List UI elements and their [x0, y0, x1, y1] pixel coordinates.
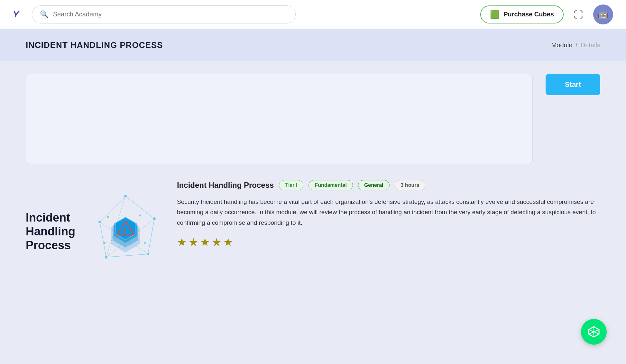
module-name: Incident Handling Process — [177, 181, 274, 190]
fab-cube-icon — [587, 325, 600, 338]
content-row: Start — [26, 74, 600, 164]
svg-line-1 — [148, 219, 154, 254]
tag-tier: Tier I — [279, 180, 303, 190]
tag-fundamental: Fundamental — [308, 180, 353, 190]
star-5: ★ — [223, 236, 233, 249]
module-image-area: Incident Handling Process — [26, 180, 161, 283]
svg-line-2 — [100, 196, 125, 222]
module-title-line2: Handling — [26, 224, 75, 238]
star-1: ★ — [177, 236, 187, 249]
start-button[interactable]: Start — [546, 74, 600, 95]
purchase-cubes-button[interactable]: 🟩 Purchase Cubes — [480, 5, 564, 23]
module-preview-area — [26, 74, 533, 164]
hex-illustration: ! — [90, 193, 161, 270]
avatar[interactable]: 🤖 — [593, 5, 613, 24]
breadcrumb-current: Details — [581, 41, 600, 49]
star-rating: ★ ★ ★ ★ ★ — [177, 236, 600, 249]
module-image-title: Incident Handling Process — [26, 211, 75, 252]
svg-text:!: ! — [124, 226, 127, 236]
module-name-row: Incident Handling Process Tier I Fundame… — [177, 180, 600, 190]
search-input[interactable] — [53, 11, 288, 18]
fullscreen-button[interactable] — [570, 6, 587, 23]
fab-button[interactable] — [581, 319, 607, 345]
header: Y 🔍 🟩 Purchase Cubes 🤖 — [0, 0, 626, 29]
svg-line-3 — [100, 222, 106, 257]
star-3: ★ — [200, 236, 210, 249]
tag-general: General — [358, 180, 390, 190]
module-info: Incident Handling Process — [26, 180, 600, 283]
page-banner: INCIDENT HANDLING PROCESS Module / Detai… — [0, 29, 626, 61]
svg-point-20 — [139, 214, 141, 216]
module-title-line3: Process — [26, 239, 75, 252]
svg-point-22 — [107, 216, 109, 218]
module-title-line1: Incident — [26, 211, 75, 224]
svg-line-4 — [106, 254, 148, 257]
svg-point-23 — [104, 242, 106, 244]
search-icon: 🔍 — [40, 10, 49, 19]
star-4: ★ — [212, 236, 221, 249]
main-content: Start Incident Handling Process — [0, 61, 626, 350]
cube-icon: 🟩 — [490, 10, 500, 19]
breadcrumb-separator: / — [575, 41, 577, 49]
svg-point-21 — [144, 242, 146, 244]
search-bar[interactable]: 🔍 — [32, 5, 296, 23]
avatar-emoji: 🤖 — [598, 9, 609, 20]
page-title: INCIDENT HANDLING PROCESS — [26, 40, 163, 50]
module-description: Security Incident handling has become a … — [177, 197, 600, 228]
breadcrumb-module[interactable]: Module — [551, 41, 573, 49]
tag-hours: 3 hours — [395, 180, 426, 190]
site-logo: Y — [13, 9, 19, 20]
purchase-cubes-label: Purchase Cubes — [503, 11, 554, 18]
star-2: ★ — [189, 236, 198, 249]
breadcrumb: Module / Details — [551, 41, 600, 49]
module-details: Incident Handling Process Tier I Fundame… — [177, 180, 600, 249]
